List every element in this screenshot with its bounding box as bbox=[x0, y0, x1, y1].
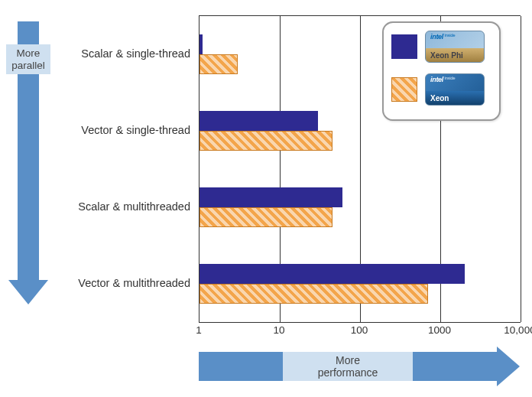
arrow-stub bbox=[199, 352, 283, 381]
legend: intel inside Xeon Phi intel inside Xeon bbox=[382, 21, 501, 121]
x-tick-10000: 10,000 bbox=[504, 324, 532, 336]
bar-phi-vector-multi bbox=[200, 264, 465, 284]
badge-brand: intel bbox=[430, 76, 443, 83]
arrow-stub bbox=[18, 21, 39, 44]
y-label-vector-multi: Vector & multithreaded bbox=[53, 277, 190, 289]
more-performance-arrow: More performance bbox=[199, 352, 520, 381]
y-label-vector-single: Vector & single-thread bbox=[53, 124, 190, 136]
x-tick-1: 1 bbox=[196, 324, 202, 336]
bar-phi-scalar-single bbox=[200, 34, 203, 54]
badge-product-phi: Xeon Phi bbox=[426, 48, 484, 62]
badge-product-xeon: Xeon bbox=[426, 91, 484, 105]
x-tick-100: 100 bbox=[351, 324, 368, 336]
x-tick-10: 10 bbox=[273, 324, 284, 336]
y-axis-labels: Scalar & single-thread Vector & single-t… bbox=[57, 15, 195, 321]
y-label-scalar-single: Scalar & single-thread bbox=[53, 47, 190, 60]
arrow-head-icon bbox=[497, 347, 520, 386]
bar-phi-scalar-multi bbox=[200, 187, 342, 207]
intel-xeon-badge-icon: intel inside Xeon bbox=[425, 73, 485, 106]
more-performance-label: More performance bbox=[283, 352, 413, 381]
legend-row-phi: intel inside Xeon Phi bbox=[391, 31, 491, 63]
y-label-scalar-multi: Scalar & multithreaded bbox=[53, 200, 190, 213]
bar-phi-vector-single bbox=[200, 111, 318, 131]
legend-swatch-phi bbox=[391, 34, 417, 59]
arrow-head-icon bbox=[8, 280, 48, 304]
legend-row-xeon: intel inside Xeon bbox=[391, 73, 491, 106]
arrow-shaft bbox=[18, 74, 39, 280]
badge-inside-text: inside bbox=[444, 76, 455, 80]
bar-xeon-vector-single bbox=[200, 131, 332, 151]
bar-xeon-scalar-single bbox=[200, 54, 238, 74]
more-parallel-arrow: More parallel bbox=[13, 21, 44, 304]
bar-xeon-scalar-multi bbox=[200, 207, 332, 227]
badge-brand: intel bbox=[430, 33, 443, 41]
bar-xeon-vector-multi bbox=[200, 284, 428, 304]
gridline-10000 bbox=[521, 16, 521, 322]
badge-inside-text: inside bbox=[444, 33, 455, 37]
more-parallel-label: More parallel bbox=[6, 44, 50, 74]
intel-xeon-phi-badge-icon: intel inside Xeon Phi bbox=[425, 31, 485, 63]
legend-swatch-xeon bbox=[391, 77, 417, 102]
x-tick-1000: 1000 bbox=[428, 324, 451, 336]
arrow-shaft bbox=[413, 352, 497, 381]
